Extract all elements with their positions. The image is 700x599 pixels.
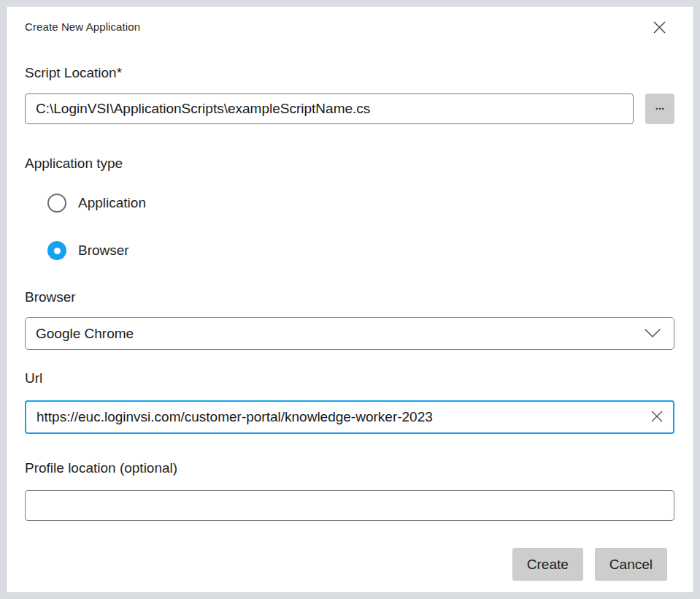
application-type-label: Application type bbox=[25, 155, 674, 172]
profile-location-label: Profile location (optional) bbox=[25, 459, 674, 476]
create-button[interactable]: Create bbox=[512, 548, 583, 581]
chevron-down-icon bbox=[645, 329, 661, 338]
script-location-label: Script Location* bbox=[25, 64, 674, 81]
dialog-title: Create New Application bbox=[25, 19, 140, 33]
dialog-actions: Create Cancel bbox=[25, 548, 674, 581]
radio-checked-icon[interactable] bbox=[47, 241, 66, 260]
clear-icon bbox=[651, 411, 663, 424]
url-label: Url bbox=[25, 370, 674, 386]
close-button[interactable] bbox=[648, 16, 670, 38]
radio-unchecked-icon[interactable] bbox=[47, 194, 66, 213]
script-location-input[interactable] bbox=[25, 94, 634, 124]
url-input-value: https://euc.loginvsi.com/customer-portal… bbox=[36, 409, 433, 425]
browser-select-value: Google Chrome bbox=[36, 326, 134, 342]
radio-option-application[interactable]: Application bbox=[47, 194, 674, 213]
dialog-title-bar: Create New Application bbox=[25, 19, 674, 38]
close-icon bbox=[653, 21, 666, 34]
profile-location-input[interactable] bbox=[25, 490, 674, 521]
cancel-button[interactable]: Cancel bbox=[595, 548, 667, 581]
script-location-row: ... bbox=[25, 94, 674, 124]
create-application-dialog: Create New Application Script Location* … bbox=[6, 6, 694, 593]
radio-option-browser[interactable]: Browser bbox=[47, 241, 674, 260]
browser-label: Browser bbox=[25, 289, 674, 305]
browser-select[interactable]: Google Chrome bbox=[25, 317, 674, 350]
clear-url-button[interactable] bbox=[651, 411, 663, 424]
browse-button[interactable]: ... bbox=[645, 94, 674, 124]
dialog-backdrop: Create New Application Script Location* … bbox=[0, 0, 700, 599]
radio-label-browser: Browser bbox=[78, 243, 129, 259]
url-input[interactable]: https://euc.loginvsi.com/customer-portal… bbox=[25, 400, 674, 434]
radio-label-application: Application bbox=[78, 195, 146, 211]
